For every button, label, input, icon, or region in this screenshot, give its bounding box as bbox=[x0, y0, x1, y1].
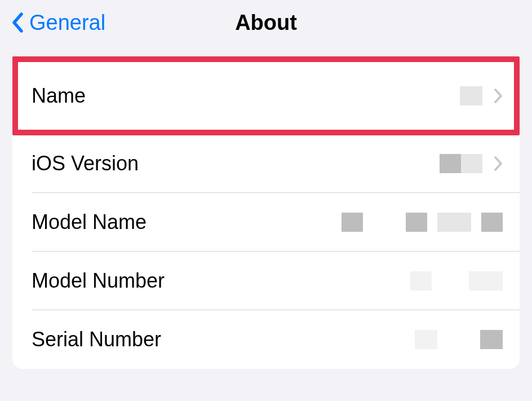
row-serial-number-label: Serial Number bbox=[32, 328, 161, 351]
back-label: General bbox=[29, 11, 105, 35]
redacted-block bbox=[406, 213, 427, 232]
redacted-block bbox=[437, 213, 471, 232]
highlighted-row-container: Name bbox=[12, 56, 520, 135]
row-model-number[interactable]: Model Number bbox=[12, 252, 520, 310]
row-name[interactable]: Name bbox=[18, 62, 514, 130]
redacted-value bbox=[342, 213, 503, 232]
settings-list: iOS Version Model Name bbox=[12, 134, 520, 369]
redacted-value bbox=[460, 86, 482, 105]
row-model-number-label: Model Number bbox=[32, 269, 165, 293]
nav-header: General About bbox=[0, 0, 532, 45]
row-serial-number[interactable]: Serial Number bbox=[12, 310, 520, 369]
row-ios-version[interactable]: iOS Version bbox=[12, 134, 520, 193]
chevron-right-icon bbox=[494, 88, 503, 104]
row-serial-number-value-group bbox=[415, 330, 503, 349]
row-model-name-value-group bbox=[342, 213, 503, 232]
row-model-name[interactable]: Model Name bbox=[12, 193, 520, 252]
row-model-number-value-group bbox=[410, 271, 503, 290]
page-title: About bbox=[235, 11, 297, 35]
redacted-block bbox=[481, 213, 503, 232]
redacted-block bbox=[440, 154, 461, 173]
row-name-label: Name bbox=[32, 84, 86, 108]
redacted-block bbox=[461, 154, 482, 173]
redacted-block bbox=[460, 86, 482, 105]
redacted-block bbox=[469, 271, 503, 290]
content: Name iOS Version bbox=[0, 45, 532, 369]
chevron-left-icon bbox=[11, 12, 24, 33]
redacted-block bbox=[480, 330, 503, 349]
row-ios-version-value-group bbox=[440, 154, 503, 173]
redacted-value bbox=[415, 330, 503, 349]
redacted-value bbox=[440, 154, 482, 173]
redacted-block bbox=[415, 330, 437, 349]
redacted-value bbox=[410, 271, 503, 290]
back-button[interactable]: General bbox=[11, 11, 105, 35]
redacted-block bbox=[342, 213, 363, 232]
redacted-block bbox=[410, 271, 432, 290]
row-name-value-group bbox=[460, 86, 503, 105]
chevron-right-icon bbox=[494, 156, 503, 171]
row-model-name-label: Model Name bbox=[32, 210, 147, 234]
row-ios-version-label: iOS Version bbox=[32, 152, 139, 175]
